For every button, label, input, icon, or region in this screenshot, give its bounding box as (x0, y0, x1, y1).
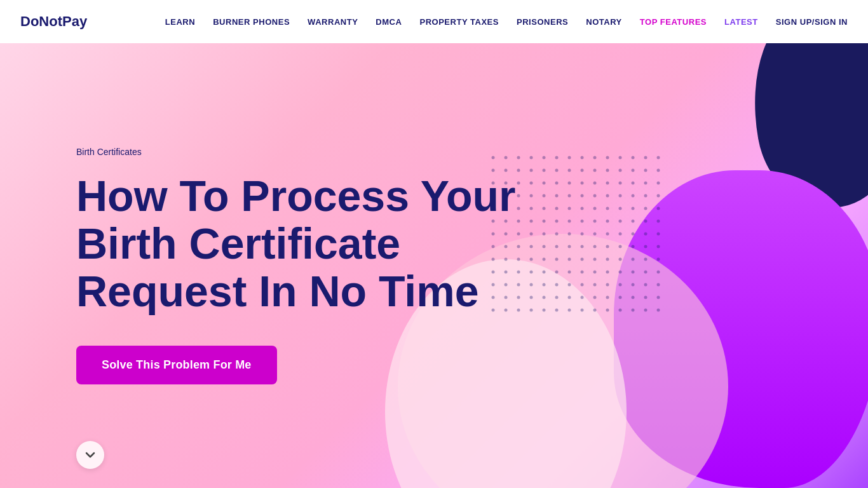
nav-item-dmca: DMCA (376, 16, 402, 27)
nav-link-dmca[interactable]: DMCA (376, 17, 402, 27)
hero-title: How To Process Your Birth Certificate Re… (76, 172, 559, 315)
nav-item-burner-phones: BURNER PHONES (213, 16, 290, 27)
nav-link-top-features[interactable]: TOP FEATURES (640, 17, 707, 27)
nav-links: LEARN BURNER PHONES WARRANTY DMCA PROPER… (165, 16, 848, 27)
nav-item-notary: NOTARY (586, 16, 622, 27)
nav-item-warranty: WARRANTY (308, 16, 358, 27)
hero-content: Birth Certificates How To Process Your B… (0, 43, 868, 488)
nav-item-top-features: TOP FEATURES (640, 16, 707, 27)
nav-item-property-taxes: PROPERTY TAXES (419, 16, 499, 27)
nav-link-latest[interactable]: LATEST (724, 17, 758, 27)
nav-link-sign-in[interactable]: SIGN UP/SIGN IN (776, 17, 848, 27)
nav-item-latest: LATEST (724, 16, 758, 27)
nav-link-burner-phones[interactable]: BURNER PHONES (213, 17, 290, 27)
brand-logo[interactable]: DoNotPay (20, 13, 87, 30)
breadcrumb: Birth Certificates (76, 147, 792, 157)
nav-link-notary[interactable]: NOTARY (586, 17, 622, 27)
nav-link-property-taxes[interactable]: PROPERTY TAXES (419, 17, 499, 27)
nav-link-prisoners[interactable]: PRISONERS (517, 17, 568, 27)
nav-item-learn: LEARN (165, 16, 195, 27)
nav-link-learn[interactable]: LEARN (165, 17, 195, 27)
main-nav: DoNotPay LEARN BURNER PHONES WARRANTY DM… (0, 0, 868, 43)
nav-item-prisoners: PRISONERS (517, 16, 568, 27)
nav-item-sign-in: SIGN UP/SIGN IN (776, 16, 848, 27)
hero-section: Birth Certificates How To Process Your B… (0, 43, 868, 488)
nav-link-warranty[interactable]: WARRANTY (308, 17, 358, 27)
chevron-down-icon (84, 449, 97, 461)
cta-button[interactable]: Solve This Problem For Me (76, 346, 277, 384)
scroll-down-button[interactable] (76, 441, 104, 469)
